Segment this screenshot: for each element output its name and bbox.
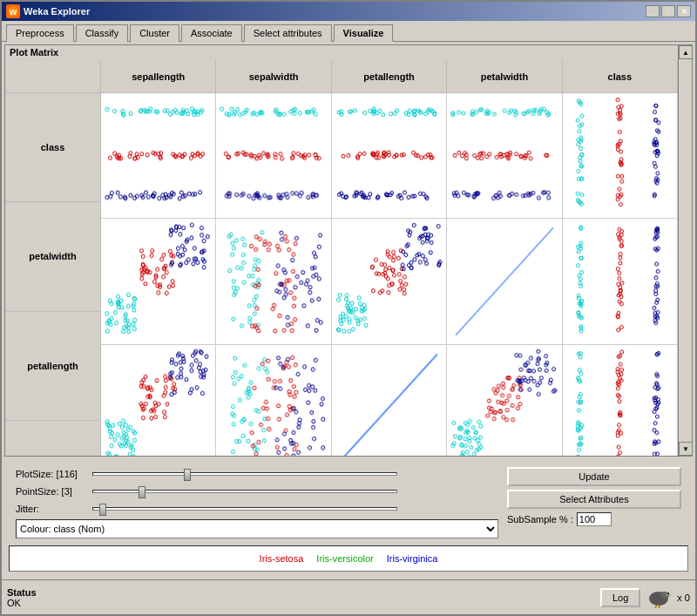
jitter-track[interactable] <box>92 507 397 511</box>
main-content: Plot Matrix class petalwidth petallength <box>2 41 695 614</box>
tab-preprocess[interactable]: Preprocess <box>6 24 74 42</box>
controls-right: Update Select Attributes SubSample % : <box>507 467 681 542</box>
cell-class-sepalwidth <box>216 93 331 219</box>
plot-title: Plot Matrix <box>5 45 678 60</box>
app-icon: W <box>6 4 20 18</box>
cell-petallength-sepallength <box>101 345 216 456</box>
jitter-row: Jitter: <box>16 502 498 516</box>
col-header-sepalwidth: sepalwidth <box>216 60 331 93</box>
update-button[interactable]: Update <box>507 467 681 486</box>
col-header-class: class <box>563 60 678 93</box>
colour-select[interactable]: Colour: class (Nom) <box>16 519 498 538</box>
main-window: W Weka Explorer _ □ ✕ Preprocess Classif… <box>0 0 697 616</box>
window-title: Weka Explorer <box>24 6 90 17</box>
subsample-input[interactable] <box>577 512 612 526</box>
col-header-petallength: petallength <box>332 60 447 93</box>
controls-main: PlotSize: [116] PointSize: [3] <box>9 464 688 545</box>
svg-point-5 <box>667 592 669 594</box>
cell-petalwidth-class <box>563 219 678 344</box>
row-label-petalwidth: petalwidth <box>5 202 101 311</box>
colour-row: Colour: class (Nom) <box>16 519 498 538</box>
minimize-button[interactable]: _ <box>646 5 660 17</box>
pointsize-track[interactable] <box>92 490 397 493</box>
svg-marker-6 <box>669 594 672 596</box>
legend-versicolor: Iris-versicolor <box>316 553 373 564</box>
grid-row-petalwidth <box>101 219 678 344</box>
vertical-scrollbar[interactable]: ▲ ▼ <box>678 45 692 456</box>
legend-virginica: Iris-virginica <box>387 553 438 564</box>
col-header-sepallength: sepallength <box>101 60 216 93</box>
scroll-up-button[interactable]: ▲ <box>679 45 693 59</box>
plotsize-label: PlotSize: [116] <box>16 469 85 479</box>
x-count: x 0 <box>677 592 690 603</box>
cell-petalwidth-petallength <box>332 219 447 344</box>
cell-petallength-petallength <box>332 345 447 456</box>
title-bar: W Weka Explorer _ □ ✕ <box>2 2 695 21</box>
jitter-slider-container <box>92 502 397 516</box>
status-value: OK <box>7 598 593 608</box>
cell-class-class <box>563 93 678 219</box>
tabs-bar: Preprocess Classify Cluster Associate Se… <box>2 21 695 41</box>
legend-setosa: Iris-setosa <box>260 553 304 564</box>
tab-visualize[interactable]: Visualize <box>334 24 394 42</box>
plotsize-row: PlotSize: [116] <box>16 467 498 481</box>
title-bar-left: W Weka Explorer <box>6 4 90 18</box>
maximize-button[interactable]: □ <box>661 5 675 17</box>
tab-classify[interactable]: Classify <box>76 24 129 42</box>
cell-class-sepallength <box>101 93 216 219</box>
title-buttons: _ □ ✕ <box>646 5 691 17</box>
plotsize-thumb[interactable] <box>184 469 191 481</box>
cell-petalwidth-sepallength <box>101 219 216 344</box>
pointsize-row: PointSize: [3] <box>16 484 498 498</box>
pointsize-slider-container <box>92 484 397 498</box>
plotsize-slider-container <box>92 467 397 481</box>
pointsize-thumb[interactable] <box>139 486 145 498</box>
select-attributes-button[interactable]: Select Attributes <box>507 490 681 509</box>
svg-text:W: W <box>10 8 17 17</box>
close-button[interactable]: ✕ <box>677 5 691 17</box>
cell-petallength-sepalwidth <box>216 345 331 456</box>
grid-row-petallength <box>101 345 678 456</box>
tab-associate[interactable]: Associate <box>181 24 242 42</box>
status-left: Status OK <box>7 587 593 608</box>
status-bar: Status OK Log x 0 <box>2 579 695 614</box>
cell-class-petalwidth <box>447 93 562 219</box>
cell-class-petallength <box>332 93 447 219</box>
scroll-down-button[interactable]: ▼ <box>679 442 693 456</box>
tab-cluster[interactable]: Cluster <box>130 24 179 42</box>
cell-petallength-petalwidth <box>447 345 562 456</box>
weka-bird-icon <box>646 586 672 608</box>
subsample-label: SubSample % : <box>507 514 573 525</box>
pointsize-label: PointSize: [3] <box>16 486 85 497</box>
cell-petallength-class <box>563 345 678 456</box>
cell-petalwidth-petalwidth <box>447 219 562 344</box>
jitter-thumb[interactable] <box>99 504 106 516</box>
tab-select-attributes[interactable]: Select attributes <box>244 24 332 42</box>
status-right: Log x 0 <box>600 586 690 608</box>
svg-line-7 <box>655 605 657 608</box>
plotsize-track[interactable] <box>92 472 397 476</box>
subsample-row: SubSample % : <box>507 512 681 526</box>
scroll-track[interactable] <box>679 59 692 442</box>
controls-area: PlotSize: [116] PointSize: [3] <box>2 459 695 579</box>
grid-row-class <box>101 93 678 219</box>
col-header-petalwidth: petalwidth <box>447 60 562 93</box>
controls-left: PlotSize: [116] PointSize: [3] <box>16 467 498 542</box>
jitter-label: Jitter: <box>16 504 85 514</box>
cell-petalwidth-sepalwidth <box>216 219 331 344</box>
legend-area: Iris-setosa Iris-versicolor Iris-virgini… <box>9 545 688 572</box>
row-label-class: class <box>5 93 101 202</box>
row-label-petallength: petallength <box>5 312 101 421</box>
log-button[interactable]: Log <box>600 588 640 607</box>
status-label: Status <box>7 587 593 598</box>
